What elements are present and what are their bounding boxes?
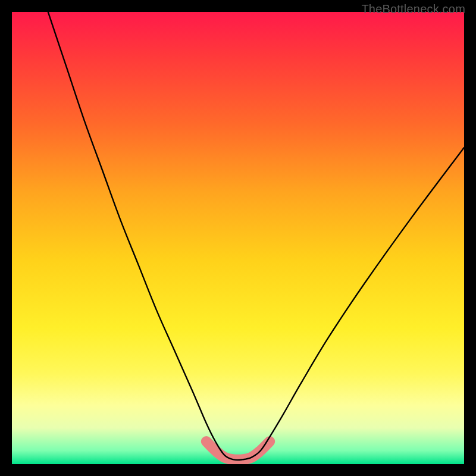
bottleneck-curve bbox=[48, 12, 464, 460]
chart-frame: TheBottleneck.com bbox=[0, 0, 476, 476]
plot-area bbox=[12, 12, 464, 464]
watermark-text: TheBottleneck.com bbox=[361, 2, 465, 16]
curve-layer bbox=[12, 12, 464, 464]
